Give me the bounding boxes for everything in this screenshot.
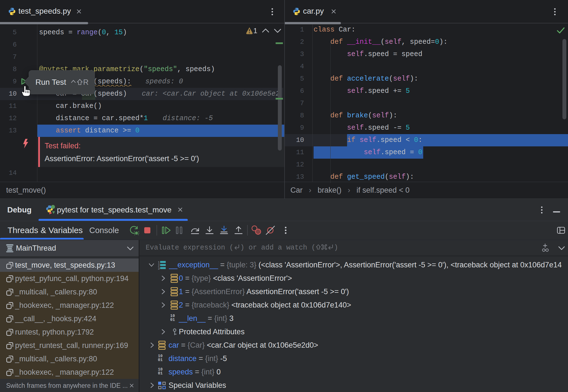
svg-text:3: 3	[158, 267, 160, 270]
